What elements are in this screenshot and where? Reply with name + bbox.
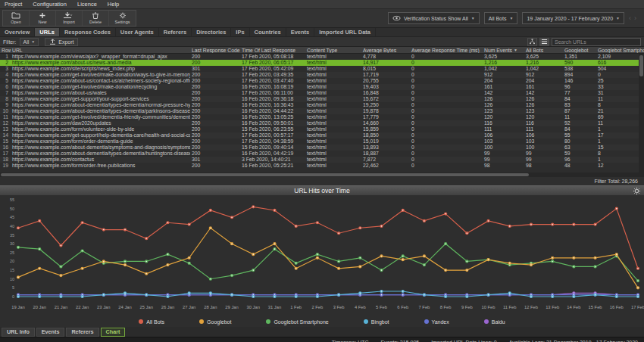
open-button[interactable]: Open	[3, 11, 30, 26]
column-header-average-bytes[interactable]: Average Bytes	[361, 47, 410, 53]
table-row[interactable]: 14https://www.example.com/get-support/he…	[0, 132, 644, 138]
cell-row: 15	[0, 138, 11, 145]
tab-countries[interactable]: Countries	[250, 28, 286, 36]
column-header-googlebot[interactable]: Googlebot	[563, 47, 596, 53]
bottom-tab-chart[interactable]: Chart	[101, 328, 126, 337]
table-row[interactable]: 15https://www.example.com/form/order-dem…	[0, 138, 644, 145]
tree-view-icon[interactable]	[527, 38, 537, 46]
horizontal-scrollbar[interactable]	[0, 173, 644, 177]
cell-row: 13	[0, 126, 11, 132]
export-button[interactable]: Export	[45, 38, 78, 46]
tab-user-agents[interactable]: User Agents	[116, 28, 159, 36]
cell-url: https://www.example.com/about-dementia/s…	[11, 145, 190, 151]
table-row[interactable]: 10https://www.example.com/about-dementia…	[0, 108, 644, 114]
cell-last-response-code: 200	[190, 132, 240, 138]
tab-events[interactable]: Events	[286, 28, 315, 36]
bottom-tab-url-info[interactable]: URL Info	[2, 328, 35, 337]
tab-imported-url-data[interactable]: Imported URL Data	[314, 28, 376, 36]
legend-item-all-bots: All Bots	[139, 319, 164, 325]
x-axis-tick-label: 1 Feb	[290, 305, 302, 309]
list-view-icon[interactable]	[539, 38, 549, 46]
table-row[interactable]: 1https://www.example.com/views/ajax?_wra…	[0, 54, 644, 60]
cell-all-bots: 103	[524, 138, 563, 145]
cell-googlebot-smartphone: 504	[596, 66, 644, 72]
cell-url: https://www.example.com/get-involved/dem…	[11, 114, 190, 120]
column-header-average-response-time[interactable]: Average Response Time (ms)	[410, 47, 483, 53]
horizontal-scrollbar-thumb[interactable]	[1, 173, 529, 176]
cell-googlebot-smartphone: 15	[596, 145, 644, 151]
menu-item-help[interactable]: Help	[108, 1, 119, 8]
cell-average-bytes: 14,917	[361, 60, 410, 66]
cell-content-type: text/html	[305, 163, 361, 169]
delete-button[interactable]: Delete	[83, 11, 109, 26]
settings-button[interactable]: Settings	[109, 11, 136, 26]
cell-average-bytes: 22,462	[361, 163, 410, 169]
filter-dropdown[interactable]: All ▼	[20, 38, 39, 46]
cell-googlebot-smartphone: 616	[596, 60, 644, 66]
column-header-time-of-last-response[interactable]: Time Of Last Response	[240, 47, 305, 53]
verification-status-dropdown[interactable]: Verification Status Show All ▼	[388, 12, 480, 24]
table-row[interactable]: 12https://www.example.com/daw2020updates…	[0, 120, 644, 126]
table-row[interactable]: 2https://www.example.com/about-us/news-a…	[0, 60, 644, 66]
url-hits-chart: 051015202530354045505519 Jan20 Jan21 Jan…	[0, 195, 644, 316]
column-header-content-type[interactable]: Content Type	[305, 47, 361, 53]
tab-urls[interactable]: URLs	[35, 28, 60, 36]
column-header-row[interactable]: Row	[0, 47, 11, 53]
search-input[interactable]	[552, 38, 641, 46]
chart-settings-gear-icon[interactable]	[633, 187, 641, 197]
data-point-center	[61, 275, 62, 276]
table-row[interactable]: 5https://www.example.com/about-us/contac…	[0, 78, 644, 84]
bot-filter-dropdown[interactable]: All Bots ▼	[484, 12, 518, 24]
table-row[interactable]: 17https://www.example.com/about-dementia…	[0, 151, 644, 157]
bottom-tab-referers[interactable]: Referers	[66, 328, 98, 337]
x-axis-tick-label: 14 Feb	[567, 305, 580, 309]
new-button[interactable]: New	[30, 11, 56, 26]
data-point-center	[381, 225, 383, 227]
tab-referers[interactable]: Referers	[159, 28, 192, 36]
data-point-center	[574, 266, 575, 268]
legend-label: Yandex	[432, 319, 449, 325]
table-row[interactable]: 3https://www.example.com/site/scripts/ne…	[0, 66, 644, 72]
column-header-googlebot-smartphone[interactable]: Googlebot Smartphone	[596, 47, 644, 53]
table-row[interactable]: 16https://www.example.com/about-dementia…	[0, 145, 644, 151]
table-row[interactable]: 8https://www.example.com/get-support/you…	[0, 96, 644, 102]
cell-googlebot-smartphone: 31	[596, 90, 644, 96]
menu-item-project[interactable]: Project	[5, 1, 22, 8]
menu-item-configuration[interactable]: Configuration	[33, 1, 67, 8]
column-header-url[interactable]: URL	[11, 47, 190, 53]
bottom-tab-events[interactable]: Events	[36, 328, 65, 337]
tab-directories[interactable]: Directories	[192, 28, 231, 36]
vertical-scrollbar-thumb[interactable]	[639, 55, 643, 76]
tab-overview[interactable]: Overview	[0, 28, 35, 36]
table-row[interactable]: 18https://www.example.com/contactus3013 …	[0, 157, 644, 163]
table-row[interactable]: 7https://www.example.com/about-us/wales2…	[0, 90, 644, 96]
column-header-all-bots[interactable]: All Bots	[524, 47, 563, 53]
date-range-dropdown[interactable]: 19 January 2020 - 17 February 2020 ▼	[522, 12, 624, 24]
table-row[interactable]: 9https://www.example.com/about-dementia/…	[0, 102, 644, 108]
table-row[interactable]: 6https://www.example.com/get-involved/ma…	[0, 84, 644, 90]
cell-all-bots: 126	[524, 102, 563, 108]
import-icon	[63, 12, 75, 19]
x-axis-tick-label: 2 Feb	[311, 305, 323, 309]
data-point-center	[252, 253, 254, 255]
cell-row: 7	[0, 90, 11, 96]
column-header-last-response-code[interactable]: Last Response Code	[190, 47, 240, 53]
vertical-scrollbar[interactable]	[639, 54, 644, 173]
table-row[interactable]: 13https://www.example.com/form/volunteer…	[0, 126, 644, 132]
column-header-num-events[interactable]: Num Events▼	[483, 47, 524, 53]
data-point-center	[189, 293, 190, 294]
cell-time-of-last-response: 16 Feb 2020, 16:36:43	[240, 102, 305, 108]
x-axis-tick-label: 4 Feb	[355, 305, 366, 309]
x-axis-tick-label: 5 Feb	[376, 305, 387, 309]
table-row[interactable]: 11https://www.example.com/get-involved/d…	[0, 114, 644, 120]
data-point-center	[616, 253, 617, 255]
data-point-center	[637, 296, 639, 297]
table-row[interactable]: 4https://www.example.com/get-involved/ma…	[0, 72, 644, 78]
table-row[interactable]: 19https://www.example.com/form/order-fre…	[0, 163, 644, 169]
tab-response-codes[interactable]: Response Codes	[60, 28, 116, 36]
menu-item-licence[interactable]: Licence	[77, 1, 97, 8]
import-button[interactable]: Import	[56, 11, 83, 26]
tab-ips[interactable]: IPs	[231, 28, 249, 36]
date-nav-arrows[interactable]: ‹›	[629, 14, 639, 22]
cell-average-bytes: 20,755	[361, 78, 410, 84]
